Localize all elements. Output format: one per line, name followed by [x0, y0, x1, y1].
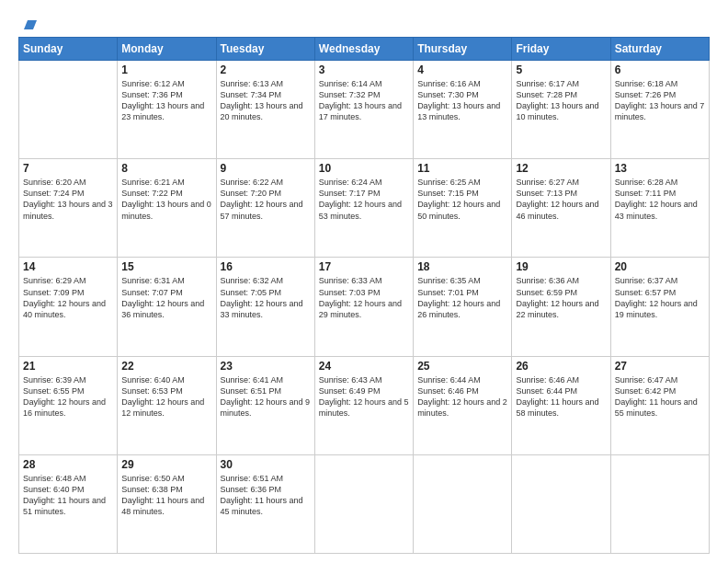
day-number: 1 [121, 63, 211, 76]
calendar-cell: 11Sunrise: 6:25 AMSunset: 7:15 PMDayligh… [414, 159, 512, 258]
calendar-cell: 17Sunrise: 6:33 AMSunset: 7:03 PMDayligh… [314, 258, 413, 356]
calendar-cell: 18Sunrise: 6:35 AMSunset: 7:01 PMDayligh… [414, 258, 512, 356]
day-number: 21 [23, 360, 113, 373]
calendar-cell [314, 454, 413, 553]
calendar-cell: 28Sunrise: 6:48 AMSunset: 6:40 PMDayligh… [19, 454, 118, 553]
cell-text: Sunrise: 6:32 AMSunset: 7:05 PMDaylight:… [221, 275, 311, 320]
cell-text: Sunrise: 6:51 AMSunset: 6:36 PMDaylight:… [221, 473, 311, 518]
calendar-header-row: SundayMondayTuesdayWednesdayThursdayFrid… [19, 38, 710, 61]
day-number: 25 [417, 360, 507, 373]
calendar-cell: 26Sunrise: 6:46 AMSunset: 6:44 PMDayligh… [512, 356, 610, 454]
cell-text: Sunrise: 6:14 AMSunset: 7:32 PMDaylight:… [319, 78, 409, 123]
calendar-cell [19, 61, 118, 159]
calendar-cell: 3Sunrise: 6:14 AMSunset: 7:32 PMDaylight… [314, 61, 413, 159]
day-number: 27 [615, 360, 705, 373]
calendar-week-2: 7Sunrise: 6:20 AMSunset: 7:24 PMDaylight… [19, 159, 710, 258]
cell-text: Sunrise: 6:28 AMSunset: 7:11 PMDaylight:… [615, 177, 705, 222]
day-number: 17 [319, 260, 409, 273]
cell-text: Sunrise: 6:39 AMSunset: 6:55 PMDaylight:… [23, 374, 113, 419]
day-number: 19 [516, 260, 606, 273]
cell-text: Sunrise: 6:50 AMSunset: 6:38 PMDaylight:… [121, 473, 211, 518]
day-number: 9 [221, 162, 311, 175]
cell-text: Sunrise: 6:41 AMSunset: 6:51 PMDaylight:… [221, 374, 311, 419]
day-number: 23 [221, 360, 311, 373]
calendar-cell [512, 454, 610, 553]
cell-text: Sunrise: 6:35 AMSunset: 7:01 PMDaylight:… [417, 275, 507, 320]
cell-text: Sunrise: 6:16 AMSunset: 7:30 PMDaylight:… [417, 78, 507, 123]
cell-text: Sunrise: 6:22 AMSunset: 7:20 PMDaylight:… [221, 177, 311, 222]
cell-text: Sunrise: 6:47 AMSunset: 6:42 PMDaylight:… [615, 374, 705, 419]
cell-text: Sunrise: 6:36 AMSunset: 6:59 PMDaylight:… [516, 275, 606, 320]
calendar-cell: 22Sunrise: 6:40 AMSunset: 6:53 PMDayligh… [118, 356, 216, 454]
day-number: 26 [516, 360, 606, 373]
day-number: 12 [516, 162, 606, 175]
cell-text: Sunrise: 6:29 AMSunset: 7:09 PMDaylight:… [23, 275, 113, 320]
day-number: 11 [417, 162, 507, 175]
calendar-cell: 23Sunrise: 6:41 AMSunset: 6:51 PMDayligh… [216, 356, 314, 454]
header [18, 17, 710, 29]
day-number: 13 [615, 162, 705, 175]
calendar-cell: 2Sunrise: 6:13 AMSunset: 7:34 PMDaylight… [216, 61, 314, 159]
calendar-cell: 20Sunrise: 6:37 AMSunset: 6:57 PMDayligh… [610, 258, 709, 356]
day-number: 18 [417, 260, 507, 273]
day-number: 22 [121, 360, 211, 373]
cell-text: Sunrise: 6:13 AMSunset: 7:34 PMDaylight:… [221, 78, 311, 123]
calendar-cell: 27Sunrise: 6:47 AMSunset: 6:42 PMDayligh… [610, 356, 709, 454]
day-number: 16 [221, 260, 311, 273]
cell-text: Sunrise: 6:31 AMSunset: 7:07 PMDaylight:… [121, 275, 211, 320]
calendar-cell: 15Sunrise: 6:31 AMSunset: 7:07 PMDayligh… [118, 258, 216, 356]
page: SundayMondayTuesdayWednesdayThursdayFrid… [0, 0, 728, 563]
calendar-header-friday: Friday [512, 38, 610, 61]
cell-text: Sunrise: 6:33 AMSunset: 7:03 PMDaylight:… [319, 275, 409, 320]
calendar-cell: 21Sunrise: 6:39 AMSunset: 6:55 PMDayligh… [19, 356, 118, 454]
calendar-cell [414, 454, 512, 553]
day-number: 24 [319, 360, 409, 373]
cell-text: Sunrise: 6:27 AMSunset: 7:13 PMDaylight:… [516, 177, 606, 222]
calendar-cell: 30Sunrise: 6:51 AMSunset: 6:36 PMDayligh… [216, 454, 314, 553]
day-number: 4 [417, 63, 507, 76]
cell-text: Sunrise: 6:44 AMSunset: 6:46 PMDaylight:… [417, 374, 507, 419]
day-number: 20 [615, 260, 705, 273]
day-number: 6 [615, 63, 705, 76]
day-number: 14 [23, 260, 113, 273]
calendar-cell: 16Sunrise: 6:32 AMSunset: 7:05 PMDayligh… [216, 258, 314, 356]
calendar-cell: 13Sunrise: 6:28 AMSunset: 7:11 PMDayligh… [610, 159, 709, 258]
calendar-cell [610, 454, 709, 553]
calendar-week-3: 14Sunrise: 6:29 AMSunset: 7:09 PMDayligh… [19, 258, 710, 356]
day-number: 10 [319, 162, 409, 175]
day-number: 30 [221, 458, 311, 471]
cell-text: Sunrise: 6:24 AMSunset: 7:17 PMDaylight:… [319, 177, 409, 222]
calendar-table: SundayMondayTuesdayWednesdayThursdayFrid… [18, 37, 710, 554]
cell-text: Sunrise: 6:18 AMSunset: 7:26 PMDaylight:… [615, 78, 705, 123]
calendar-header-thursday: Thursday [414, 38, 512, 61]
calendar-cell: 9Sunrise: 6:22 AMSunset: 7:20 PMDaylight… [216, 159, 314, 258]
day-number: 28 [23, 458, 113, 471]
day-number: 5 [516, 63, 606, 76]
cell-text: Sunrise: 6:48 AMSunset: 6:40 PMDaylight:… [23, 473, 113, 518]
calendar-cell: 10Sunrise: 6:24 AMSunset: 7:17 PMDayligh… [314, 159, 413, 258]
calendar-cell: 29Sunrise: 6:50 AMSunset: 6:38 PMDayligh… [118, 454, 216, 553]
day-number: 8 [121, 162, 211, 175]
day-number: 3 [319, 63, 409, 76]
calendar-cell: 24Sunrise: 6:43 AMSunset: 6:49 PMDayligh… [314, 356, 413, 454]
cell-text: Sunrise: 6:12 AMSunset: 7:36 PMDaylight:… [121, 78, 211, 123]
calendar-header-monday: Monday [118, 38, 216, 61]
cell-text: Sunrise: 6:25 AMSunset: 7:15 PMDaylight:… [417, 177, 507, 222]
calendar-cell: 12Sunrise: 6:27 AMSunset: 7:13 PMDayligh… [512, 159, 610, 258]
day-number: 7 [23, 162, 113, 175]
calendar-cell: 25Sunrise: 6:44 AMSunset: 6:46 PMDayligh… [414, 356, 512, 454]
cell-text: Sunrise: 6:46 AMSunset: 6:44 PMDaylight:… [516, 374, 606, 419]
calendar-header-saturday: Saturday [610, 38, 709, 61]
calendar-cell: 4Sunrise: 6:16 AMSunset: 7:30 PMDaylight… [414, 61, 512, 159]
svg-marker-0 [24, 20, 37, 29]
logo-icon [20, 17, 37, 33]
logo [18, 17, 37, 29]
calendar-header-tuesday: Tuesday [216, 38, 314, 61]
cell-text: Sunrise: 6:20 AMSunset: 7:24 PMDaylight:… [23, 177, 113, 222]
calendar-week-1: 1Sunrise: 6:12 AMSunset: 7:36 PMDaylight… [19, 61, 710, 159]
cell-text: Sunrise: 6:40 AMSunset: 6:53 PMDaylight:… [121, 374, 211, 419]
cell-text: Sunrise: 6:37 AMSunset: 6:57 PMDaylight:… [615, 275, 705, 320]
calendar-week-4: 21Sunrise: 6:39 AMSunset: 6:55 PMDayligh… [19, 356, 710, 454]
calendar-header-sunday: Sunday [19, 38, 118, 61]
calendar-cell: 8Sunrise: 6:21 AMSunset: 7:22 PMDaylight… [118, 159, 216, 258]
